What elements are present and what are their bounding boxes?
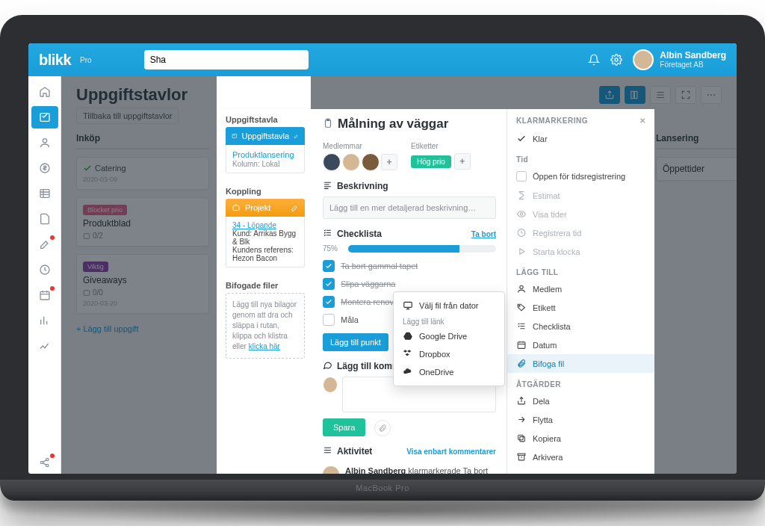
svg-rect-4: [40, 190, 49, 198]
sidebar: [28, 76, 61, 474]
move-button[interactable]: Flytta: [507, 410, 654, 429]
activity-filter-link[interactable]: Visa enbart kommentarer: [406, 448, 496, 456]
attach-popover: Välj fil från dator Lägg till länk Googl…: [393, 291, 505, 386]
labels-label: Etiketter: [411, 142, 471, 150]
checkbox-icon[interactable]: [516, 171, 527, 182]
file-dropzone[interactable]: Lägg till nya bilagor genom att dra och …: [226, 293, 305, 359]
svg-rect-17: [232, 134, 237, 137]
align-left-icon: [323, 180, 332, 192]
checklist-item[interactable]: Slipa väggarna: [323, 275, 496, 293]
checkbox-icon[interactable]: [323, 314, 335, 326]
archive-button[interactable]: Arkivera: [507, 448, 654, 466]
choose-from-computer[interactable]: Välj fil från dator: [394, 297, 504, 315]
activity-head: Aktivitet: [337, 446, 372, 457]
project-pill[interactable]: Projekt: [226, 199, 305, 217]
remove-checklist-link[interactable]: Ta bort: [471, 230, 496, 238]
google-drive-option[interactable]: Google Drive: [394, 327, 504, 345]
klarmarkering-head: KLARMARKERING: [516, 117, 588, 125]
commenter-avatar: [323, 377, 338, 393]
section-link-title: Koppling: [218, 181, 312, 199]
logo-sub: Pro: [80, 56, 92, 64]
board-sub: Kolumn: Lokal: [232, 160, 298, 168]
attach-file-button[interactable]: Bifoga fil: [507, 354, 654, 373]
sidebar-analytics-icon[interactable]: [31, 335, 58, 357]
user-org: Företaget AB: [660, 61, 726, 69]
file-click-link[interactable]: klicka här: [249, 342, 280, 350]
svg-rect-26: [520, 436, 525, 442]
activity-avatar: [323, 466, 339, 474]
task-title[interactable]: Målning av väggar: [338, 117, 448, 132]
share-button[interactable]: Dela: [507, 392, 654, 410]
section-files-title: Bifogade filer: [218, 275, 312, 293]
svg-rect-6: [40, 291, 49, 300]
checkbox-icon[interactable]: [323, 260, 335, 272]
svg-rect-18: [233, 206, 239, 211]
sidebar-calendar-icon[interactable]: [31, 284, 58, 306]
add-member-button[interactable]: +: [381, 154, 397, 170]
search-input[interactable]: [144, 50, 309, 69]
checklist-head: Checklista: [337, 229, 382, 239]
dropbox-option[interactable]: Dropbox: [394, 345, 504, 363]
sidebar-boards-icon[interactable]: [31, 106, 58, 129]
project-customer: Kund: Arrikas Bygg & Blk: [232, 229, 298, 246]
board-link[interactable]: Produktlansering: [232, 150, 294, 159]
add-checklist-item-button[interactable]: Lägg till punkt: [323, 333, 388, 351]
activity-icon: [323, 445, 332, 457]
user-name: Albin Sandberg: [660, 51, 726, 61]
time-open-toggle[interactable]: Öppen för tidsregistrering: [507, 167, 654, 186]
sidebar-report-icon[interactable]: [31, 309, 58, 332]
avatar[interactable]: [633, 49, 654, 70]
add-head: LÄGG TILL: [507, 261, 654, 279]
checkbox-icon[interactable]: [323, 278, 335, 290]
member-avatar[interactable]: [362, 153, 380, 171]
attach-icon[interactable]: [374, 420, 391, 436]
sidebar-home-icon[interactable]: [31, 81, 58, 103]
svg-point-0: [615, 58, 618, 61]
priority-tag[interactable]: Hög prio: [411, 155, 451, 168]
sidebar-list-icon[interactable]: [31, 182, 58, 205]
svg-rect-25: [518, 342, 525, 349]
member-avatar[interactable]: [342, 153, 360, 171]
onedrive-option[interactable]: OneDrive: [394, 363, 504, 381]
sidebar-money-icon[interactable]: [31, 157, 58, 179]
sidebar-users-icon[interactable]: [31, 132, 58, 154]
comment-icon: [323, 360, 332, 372]
svg-rect-29: [404, 302, 412, 307]
sidebar-doc-icon[interactable]: [31, 208, 58, 230]
start-clock-button[interactable]: Starta klocka: [507, 242, 654, 261]
estimate-button[interactable]: Estimat: [507, 186, 654, 205]
member-avatar[interactable]: [323, 153, 341, 171]
checkbox-icon[interactable]: [323, 296, 335, 308]
actions-head: ÅTGÄRDER: [507, 373, 654, 392]
progress-percent: 75%: [323, 244, 344, 253]
add-label-button[interactable]: Etikett: [507, 298, 654, 317]
svg-rect-1: [40, 114, 49, 122]
checklist-item[interactable]: Ta bort gammal tapet: [323, 257, 496, 275]
svg-point-2: [43, 139, 46, 143]
mark-done-button[interactable]: Klar: [507, 129, 654, 148]
register-time-button[interactable]: Registrera tid: [507, 223, 654, 242]
activity-item: Albin Sandberg klarmarkerade Ta bort gam…: [323, 462, 496, 474]
project-link[interactable]: 34 - Löpande: [232, 221, 276, 229]
sidebar-share-icon[interactable]: [31, 451, 58, 474]
sidebar-clock-icon[interactable]: [31, 259, 58, 281]
add-date-button[interactable]: Datum: [507, 335, 654, 354]
description-head: Beskrivning: [337, 181, 388, 191]
board-pill[interactable]: Uppgiftstavla: [226, 127, 305, 145]
notifications-icon[interactable]: [588, 54, 600, 66]
description-input[interactable]: Lägg till en mer detaljerad beskrivning…: [323, 197, 496, 219]
copy-button[interactable]: Kopiera: [507, 429, 654, 448]
add-member-button[interactable]: Medlem: [507, 279, 654, 298]
logo: blikk: [39, 52, 71, 69]
add-link-head: Lägg till länk: [394, 315, 504, 327]
close-icon[interactable]: ✕: [639, 117, 646, 125]
progress-bar: [348, 245, 496, 253]
add-checklist-button[interactable]: Checklista: [507, 317, 654, 335]
clipboard-icon: [323, 118, 333, 131]
add-label-button[interactable]: +: [454, 153, 471, 170]
save-comment-button[interactable]: Spara: [323, 418, 365, 436]
sidebar-edit-icon[interactable]: [31, 233, 58, 256]
show-times-button[interactable]: Visa tider: [507, 205, 654, 223]
settings-icon[interactable]: [610, 54, 622, 66]
section-board-title: Uppgiftstavla: [218, 109, 312, 127]
